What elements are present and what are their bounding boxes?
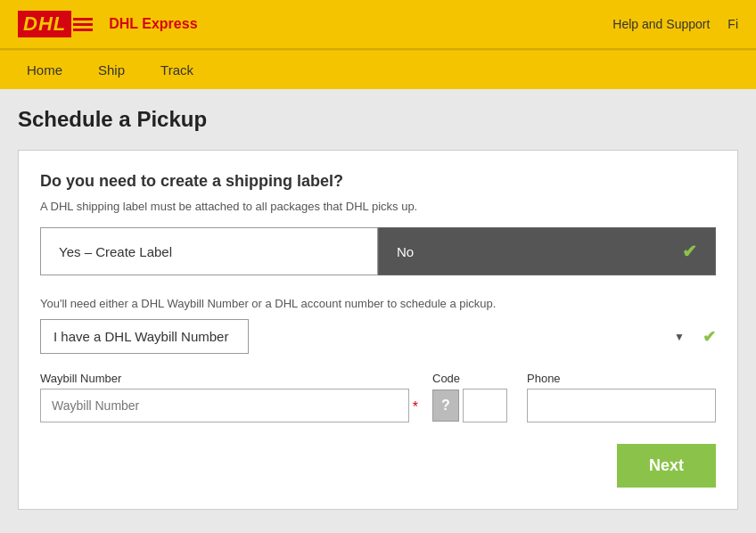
code-label: Code (432, 372, 513, 385)
no-button[interactable]: No ✔ (378, 227, 716, 275)
help-support-link[interactable]: Help and Support (612, 17, 710, 31)
page-content: Schedule a Pickup Do you need to create … (0, 89, 756, 533)
no-button-label: No (397, 244, 414, 259)
phone-field-group: Phone (527, 372, 716, 422)
waybill-label: Waybill Number (40, 372, 418, 385)
logo-area: DHL DHL Express (18, 11, 198, 37)
waybill-type-select[interactable]: I have a DHL Waybill Number I have a DHL… (40, 319, 249, 354)
brand-name: DHL Express (109, 16, 197, 32)
next-button[interactable]: Next (617, 444, 716, 488)
site-header: DHL DHL Express Help and Support Fi (0, 0, 756, 50)
waybill-number-input[interactable] (40, 389, 409, 422)
nav-track[interactable]: Track (143, 51, 211, 90)
select-check-icon: ✔ (703, 327, 716, 347)
header-links: Help and Support Fi (612, 17, 738, 31)
code-field-group: Code ? (432, 372, 513, 422)
waybill-select-wrapper: I have a DHL Waybill Number I have a DHL… (40, 319, 695, 354)
nav-ship[interactable]: Ship (80, 51, 143, 90)
checkmark-icon: ✔ (682, 241, 697, 262)
main-nav: Home Ship Track (0, 50, 756, 89)
form-fields-row: Waybill Number * Code ? Phone (40, 372, 716, 422)
nav-home[interactable]: Home (9, 51, 80, 90)
dhl-lines (73, 18, 93, 31)
waybill-note: You'll need either a DHL Waybill Number … (40, 297, 716, 310)
page-title: Schedule a Pickup (18, 107, 738, 132)
code-input[interactable] (463, 389, 507, 422)
waybill-input-wrap: * (40, 389, 418, 422)
code-help-button[interactable]: ? (432, 390, 459, 422)
header-link-fi[interactable]: Fi (727, 17, 738, 31)
form-sub-text: A DHL shipping label must be attached to… (40, 200, 716, 213)
dhl-logo: DHL (18, 11, 93, 37)
phone-label: Phone (527, 372, 716, 385)
code-input-wrap: ? (432, 389, 513, 422)
form-card: Do you need to create a shipping label? … (18, 150, 738, 510)
waybill-field-group: Waybill Number * (40, 372, 418, 422)
dhl-text: DHL (18, 11, 71, 37)
phone-input[interactable] (527, 389, 716, 422)
yes-create-label-button[interactable]: Yes – Create Label (40, 227, 378, 275)
required-star: * (413, 399, 418, 415)
next-row: Next (40, 444, 716, 488)
waybill-select-row: I have a DHL Waybill Number I have a DHL… (40, 319, 716, 354)
form-question: Do you need to create a shipping label? (40, 172, 716, 191)
label-choice-buttons: Yes – Create Label No ✔ (40, 227, 716, 275)
